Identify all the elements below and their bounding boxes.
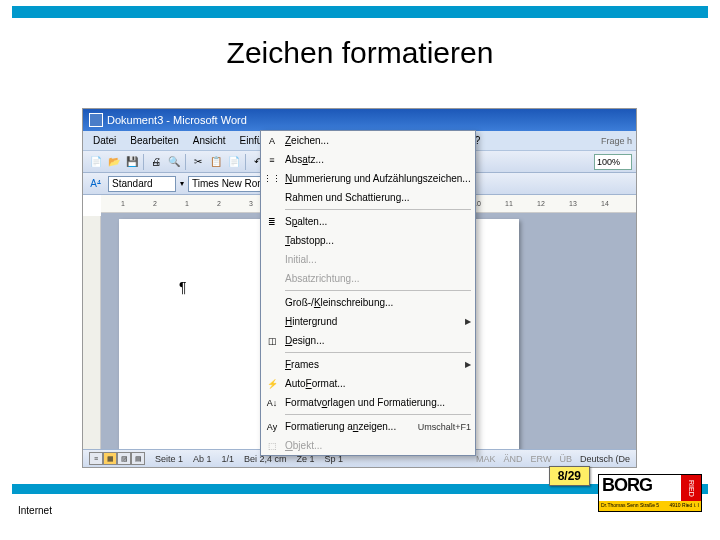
- format-menu-item[interactable]: ◫Design...: [261, 331, 475, 350]
- menu-datei[interactable]: Datei: [87, 133, 122, 148]
- menu-item-icon: ⚡: [263, 376, 281, 392]
- menu-item-icon: [263, 357, 281, 373]
- menu-item-icon: [263, 295, 281, 311]
- slide-footer: Internet: [18, 505, 52, 516]
- format-menu-item[interactable]: ⚡AutoFormat...: [261, 374, 475, 393]
- menu-item-icon: [263, 252, 281, 268]
- menu-ansicht[interactable]: Ansicht: [187, 133, 232, 148]
- menu-item-label: Tabstopp...: [285, 235, 471, 246]
- menu-item-label: Hintergrund: [285, 316, 465, 327]
- status-section: Ab 1: [193, 454, 212, 464]
- menu-item-icon: [263, 233, 281, 249]
- format-menu-item: Absatzrichtung...: [261, 269, 475, 288]
- format-menu-item[interactable]: A↓Formatvorlagen und Formatierung...: [261, 393, 475, 412]
- open-icon[interactable]: 📂: [105, 153, 122, 170]
- menu-item-label: Nummerierung und Aufzählungszeichen...: [285, 173, 471, 184]
- menu-separator: [285, 290, 471, 291]
- slide-page-number: 8/29: [549, 466, 590, 486]
- menu-item-shortcut: Umschalt+F1: [418, 422, 471, 432]
- style-selector[interactable]: Standard: [108, 176, 176, 192]
- help-search[interactable]: Frage h: [601, 136, 632, 146]
- menu-item-icon: [263, 314, 281, 330]
- paste-icon[interactable]: 📄: [225, 153, 242, 170]
- status-page: Seite 1: [155, 454, 183, 464]
- save-icon[interactable]: 💾: [123, 153, 140, 170]
- status-erw[interactable]: ERW: [531, 454, 552, 464]
- menu-item-label: Absatz...: [285, 154, 471, 165]
- status-pages: 1/1: [222, 454, 235, 464]
- slide-top-bar: [12, 6, 708, 18]
- format-menu-item[interactable]: ≣Spalten...: [261, 212, 475, 231]
- menu-item-icon: ⬚: [263, 438, 281, 454]
- menu-item-icon: ◫: [263, 333, 281, 349]
- view-web[interactable]: ▨: [117, 452, 131, 465]
- menu-item-label: AutoFormat...: [285, 378, 471, 389]
- format-menu-item[interactable]: ⋮⋮Nummerierung und Aufzählungszeichen...: [261, 169, 475, 188]
- borg-logo: BORG RIED Dr.Thomas Senn Straße 5 4910 R…: [598, 474, 702, 512]
- menu-item-label: Absatzrichtung...: [285, 273, 471, 284]
- menu-item-icon: A↓: [263, 395, 281, 411]
- logo-addr1: Dr.Thomas Senn Straße 5: [601, 502, 659, 510]
- menu-item-label: Initial...: [285, 254, 471, 265]
- submenu-arrow-icon: ▶: [465, 317, 471, 326]
- slide-title: Zeichen formatieren: [0, 36, 720, 70]
- view-buttons: ≡ ▦ ▨ ▤: [89, 452, 145, 465]
- logo-side: RIED: [681, 475, 701, 501]
- menu-item-icon: [263, 271, 281, 287]
- menu-separator: [285, 414, 471, 415]
- format-menu-item[interactable]: Groß-/Kleinschreibung...: [261, 293, 475, 312]
- menu-separator: [285, 209, 471, 210]
- format-menu-item[interactable]: Rahmen und Schattierung...: [261, 188, 475, 207]
- menu-bearbeiten[interactable]: Bearbeiten: [124, 133, 184, 148]
- format-menu-dropdown: AZeichen...≡Absatz...⋮⋮Nummerierung und …: [260, 130, 476, 456]
- menu-item-label: Formatvorlagen und Formatierung...: [285, 397, 471, 408]
- cut-icon[interactable]: ✂: [189, 153, 206, 170]
- status-mak[interactable]: MAK: [476, 454, 496, 464]
- menu-item-icon: ⋮⋮: [263, 171, 281, 187]
- styles-icon[interactable]: A⁴: [87, 175, 104, 192]
- view-normal[interactable]: ≡: [89, 452, 103, 465]
- logo-text: BORG: [599, 475, 681, 501]
- format-menu-item: ⬚Objekt...: [261, 436, 475, 455]
- menu-item-icon: ≣: [263, 214, 281, 230]
- paragraph-mark: ¶: [179, 279, 187, 295]
- preview-icon[interactable]: 🔍: [165, 153, 182, 170]
- view-outline[interactable]: ▤: [131, 452, 145, 465]
- status-lang[interactable]: Deutsch (De: [580, 454, 630, 464]
- menu-item-label: Formatierung anzeigen...: [285, 421, 412, 432]
- status-aend[interactable]: ÄND: [504, 454, 523, 464]
- submenu-arrow-icon: ▶: [465, 360, 471, 369]
- menu-item-label: Zeichen...: [285, 135, 471, 146]
- format-menu-item[interactable]: Frames▶: [261, 355, 475, 374]
- menu-item-label: Frames: [285, 359, 465, 370]
- view-layout[interactable]: ▦: [103, 452, 117, 465]
- zoom-field[interactable]: 100%: [594, 154, 632, 170]
- format-menu-item[interactable]: AyFormatierung anzeigen...Umschalt+F1: [261, 417, 475, 436]
- menu-separator: [285, 352, 471, 353]
- menu-item-icon: A: [263, 133, 281, 149]
- logo-addr2: 4910 Ried i. I: [670, 502, 699, 510]
- menu-item-icon: Ay: [263, 419, 281, 435]
- word-app-icon: [89, 113, 103, 127]
- format-menu-item: Initial...: [261, 250, 475, 269]
- format-menu-item[interactable]: Hintergrund▶: [261, 312, 475, 331]
- menu-item-icon: [263, 190, 281, 206]
- word-titlebar: Dokument3 - Microsoft Word: [83, 109, 636, 131]
- menu-item-label: Design...: [285, 335, 471, 346]
- menu-item-label: Objekt...: [285, 440, 471, 451]
- new-doc-icon[interactable]: 📄: [87, 153, 104, 170]
- print-icon[interactable]: 🖨: [147, 153, 164, 170]
- menu-item-label: Groß-/Kleinschreibung...: [285, 297, 471, 308]
- format-menu-item[interactable]: Tabstopp...: [261, 231, 475, 250]
- copy-icon[interactable]: 📋: [207, 153, 224, 170]
- format-menu-item[interactable]: ≡Absatz...: [261, 150, 475, 169]
- menu-item-label: Spalten...: [285, 216, 471, 227]
- word-title: Dokument3 - Microsoft Word: [107, 114, 247, 126]
- menu-item-label: Rahmen und Schattierung...: [285, 192, 471, 203]
- status-ueb[interactable]: ÜB: [559, 454, 572, 464]
- format-menu-item[interactable]: AZeichen...: [261, 131, 475, 150]
- vertical-ruler[interactable]: [83, 216, 101, 449]
- menu-item-icon: ≡: [263, 152, 281, 168]
